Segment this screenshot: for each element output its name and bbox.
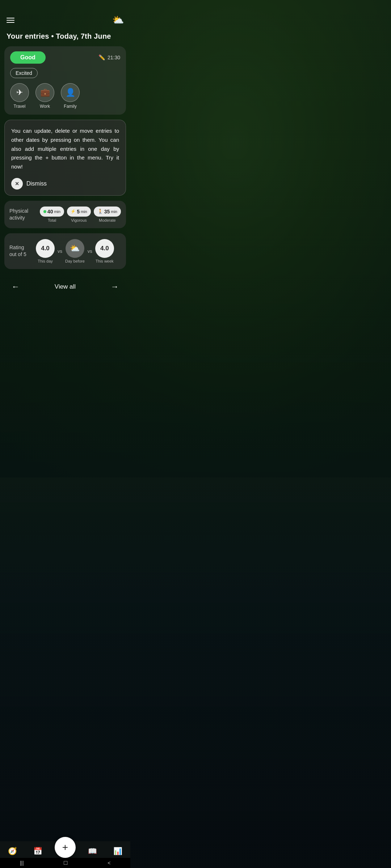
header: ⛅ [0, 10, 130, 29]
moderate-label: Moderate [99, 218, 115, 222]
edit-icon[interactable]: ✏️ [98, 54, 105, 61]
tag-row: Excited [10, 68, 120, 78]
rating-card: Rating out of 5 4.0 This day vs ⛅ Day be… [4, 233, 126, 269]
dismiss-label[interactable]: Dismiss [26, 180, 47, 187]
page-title: Your entries • Today, 7th June [7, 32, 124, 41]
rating-this-week-wrap: 4.0 This week [95, 239, 114, 263]
activity-icons-row: ✈ Travel 💼 Work 👤 Family [10, 83, 120, 109]
activity-family: 👤 Family [61, 83, 80, 109]
menu-button[interactable] [7, 18, 14, 23]
dismiss-button[interactable]: ✕ [11, 178, 23, 190]
work-icon: 💼 [35, 83, 54, 102]
green-dot [43, 210, 46, 213]
rating-label: Rating out of 5 [9, 244, 33, 258]
travel-label: Travel [14, 104, 26, 109]
entry-card[interactable]: Good ✏️ 21:30 Excited ✈ Travel 💼 Work 👤 … [4, 46, 126, 115]
rating-this-week: 4.0 [95, 239, 114, 258]
travel-icon: ✈ [10, 83, 29, 102]
rating-this-week-label: This week [96, 259, 114, 263]
rating-this-day: 4.0 [36, 239, 55, 258]
rating-day-before-label: Day before [65, 259, 85, 263]
info-card: You can update, delete or move entries t… [4, 120, 126, 196]
view-all-label[interactable]: View all [55, 283, 76, 290]
rating-day-before-wrap: ⛅ Day before [65, 239, 85, 263]
entry-card-header: Good ✏️ 21:30 [10, 51, 120, 64]
total-value: 40min [40, 207, 64, 217]
page-title-section: Your entries • Today, 7th June [0, 29, 130, 46]
total-label: Total [48, 218, 56, 222]
entry-meta: ✏️ 21:30 [98, 54, 120, 61]
mood-tag-excited: Excited [10, 68, 38, 78]
rating-this-day-label: This day [38, 259, 53, 263]
family-icon: 👤 [61, 83, 80, 102]
activity-travel: ✈ Travel [10, 83, 29, 109]
prev-arrow[interactable]: ← [9, 279, 22, 294]
rating-day-before: ⛅ [66, 239, 84, 258]
activity-stats: 40min Total ⚡ 5min Vigorous 🚶 35min Mode… [40, 207, 121, 222]
entry-time: 21:30 [108, 55, 120, 60]
family-label: Family [64, 104, 76, 109]
mood-badge: Good [10, 51, 46, 64]
moderate-stat: 🚶 35min Moderate [94, 207, 121, 222]
weather-icon: ⛅ [112, 14, 124, 26]
activity-work: 💼 Work [35, 83, 54, 109]
walk-icon: 🚶 [97, 209, 103, 214]
vs-1: vs [58, 248, 62, 254]
bolt-icon: ⚡ [71, 209, 76, 214]
physical-activity-label: Physical activity [9, 208, 36, 221]
vigorous-value: ⚡ 5min [67, 207, 91, 217]
physical-activity-card: Physical activity 40min Total ⚡ 5min Vig… [4, 201, 126, 228]
vigorous-label: Vigorous [71, 218, 87, 222]
rating-items: 4.0 This day vs ⛅ Day before vs 4.0 This… [36, 239, 121, 263]
next-arrow[interactable]: → [108, 279, 122, 294]
info-text: You can update, delete or move entries t… [11, 127, 119, 171]
vs-2: vs [88, 248, 92, 254]
view-all-row: ← View all → [0, 274, 130, 299]
dismiss-row: ✕ Dismiss [11, 178, 119, 190]
rating-this-day-wrap: 4.0 This day [36, 239, 55, 263]
work-label: Work [40, 104, 50, 109]
vigorous-stat: ⚡ 5min Vigorous [67, 207, 91, 222]
moderate-value: 🚶 35min [94, 207, 121, 217]
total-stat: 40min Total [40, 207, 64, 222]
